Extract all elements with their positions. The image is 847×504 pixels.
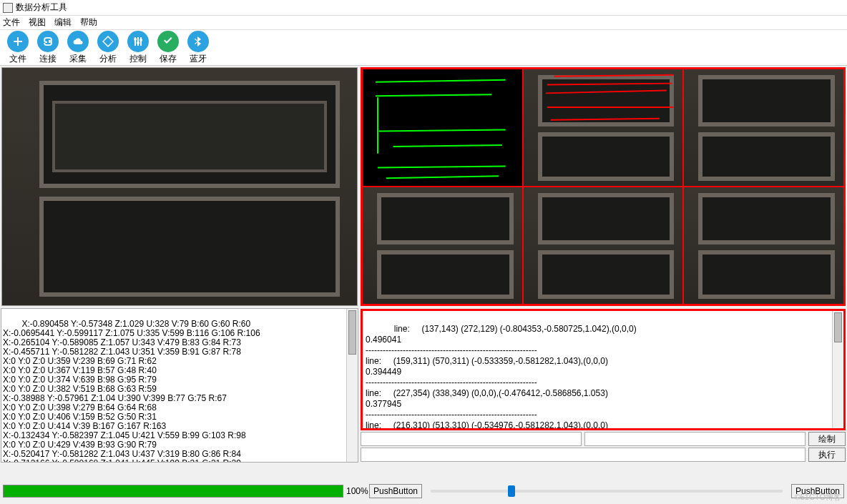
app-icon bbox=[3, 3, 13, 13]
svg-point-2 bbox=[139, 39, 142, 41]
cell-3 bbox=[684, 69, 843, 186]
menu-help[interactable]: 帮助 bbox=[80, 16, 97, 29]
slider[interactable] bbox=[431, 490, 783, 493]
toolbar-cloud[interactable]: 采集 bbox=[66, 31, 90, 65]
input-b[interactable] bbox=[584, 432, 806, 446]
line-output[interactable]: line: (137,143) (272,129) (-0.804353,-0.… bbox=[361, 309, 846, 430]
toolbar-link[interactable]: 连接 bbox=[36, 31, 60, 65]
line-text: line: (137,143) (272,129) (-0.804353,-0.… bbox=[366, 324, 637, 430]
push-button-left[interactable]: PushButton bbox=[369, 484, 422, 498]
toolbar-diamond[interactable]: 分析 bbox=[96, 31, 120, 65]
log-scrollbar[interactable] bbox=[346, 309, 358, 462]
cell-5 bbox=[524, 187, 683, 304]
main-image bbox=[1, 67, 358, 306]
toolbar-sliders[interactable]: 控制 bbox=[126, 31, 150, 65]
sliders-icon bbox=[127, 31, 149, 52]
toolbar-label: 蓝牙 bbox=[190, 53, 207, 65]
progress-pct: 100% bbox=[346, 486, 366, 496]
menu-view[interactable]: 视图 bbox=[29, 16, 46, 29]
toolbar: 文件连接采集分析控制保存蓝牙 bbox=[0, 30, 847, 66]
xyz-log[interactable]: X:-0.890458 Y:-0.57348 Z:1.029 U:328 V:7… bbox=[1, 308, 358, 463]
plus-icon bbox=[7, 31, 29, 52]
toolbar-label: 控制 bbox=[129, 53, 147, 65]
toolbar-label: 分析 bbox=[99, 53, 117, 65]
toolbar-plus[interactable]: 文件 bbox=[6, 31, 30, 65]
window-title: 数据分析工具 bbox=[16, 1, 67, 14]
draw-button[interactable]: 绘制 bbox=[808, 432, 846, 446]
cell-4 bbox=[363, 187, 522, 304]
cell-hough bbox=[524, 69, 683, 186]
toolbar-bluetooth[interactable]: 蓝牙 bbox=[186, 31, 210, 65]
toolbar-label: 采集 bbox=[69, 53, 87, 65]
menu-file[interactable]: 文件 bbox=[3, 16, 20, 29]
menubar: 文件 视图 编辑 帮助 bbox=[0, 16, 847, 30]
line-scrollbar[interactable] bbox=[832, 311, 843, 428]
input-c[interactable] bbox=[361, 448, 806, 462]
diamond-icon bbox=[97, 31, 119, 52]
toolbar-label: 文件 bbox=[9, 53, 26, 65]
slider-thumb[interactable] bbox=[508, 485, 515, 497]
cloud-icon bbox=[67, 31, 89, 52]
cell-6 bbox=[684, 187, 843, 304]
watermark: ©51CTO博客 bbox=[795, 492, 841, 503]
exec-button[interactable]: 执行 bbox=[808, 448, 846, 462]
toolbar-check[interactable]: 保存 bbox=[156, 31, 180, 65]
cell-edge bbox=[363, 69, 522, 186]
toolbar-label: 连接 bbox=[39, 53, 57, 65]
input-a[interactable] bbox=[361, 432, 582, 446]
link-icon bbox=[37, 31, 59, 52]
result-grid bbox=[361, 67, 846, 306]
menu-edit[interactable]: 编辑 bbox=[54, 16, 72, 29]
progress-bar bbox=[3, 485, 343, 498]
log-text: X:-0.890458 Y:-0.57348 Z:1.029 U:328 V:7… bbox=[3, 319, 260, 463]
toolbar-label: 保存 bbox=[160, 53, 177, 65]
bluetooth-icon bbox=[187, 31, 209, 52]
svg-point-1 bbox=[137, 41, 139, 44]
check-icon bbox=[157, 31, 179, 52]
svg-point-0 bbox=[134, 38, 137, 41]
